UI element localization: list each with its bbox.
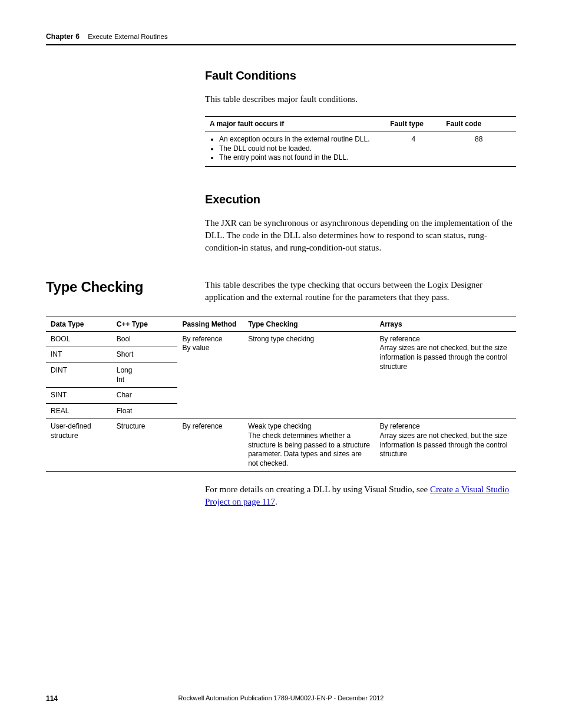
- cell-data-type: INT: [46, 347, 112, 363]
- cell-cpp-type: Bool: [112, 331, 178, 347]
- cell-type-checking: Strong type checking: [243, 331, 375, 419]
- fault-bullet: The DLL could not be loaded.: [219, 144, 381, 154]
- cell-data-type: DINT: [46, 363, 112, 387]
- publication-info: Rockwell Automation Publication 1789-UM0…: [46, 694, 516, 701]
- cell-cpp-type: Structure: [112, 419, 178, 472]
- page-footer: 114 Rockwell Automation Publication 1789…: [46, 694, 516, 701]
- fault-conditions-table: A major fault occurs if Fault type Fault…: [205, 116, 516, 167]
- fault-code-value: 88: [441, 131, 516, 167]
- cell-arrays: By reference Array sizes are not checked…: [375, 331, 516, 419]
- cell-cpp-type: Short: [112, 347, 178, 363]
- col-fault-code: Fault code: [441, 117, 516, 131]
- col-type-checking: Type Checking: [243, 317, 375, 331]
- col-cpp-type: C++ Type: [112, 317, 178, 331]
- cell-cpp-type: Float: [112, 403, 178, 419]
- chapter-title: Execute External Routines: [88, 33, 168, 40]
- cell-data-type: REAL: [46, 403, 112, 419]
- fault-bullet: An exception occurs in the external rout…: [219, 135, 381, 144]
- type-checking-heading: Type Checking: [46, 279, 205, 295]
- cell-passing-method: By reference By value: [177, 331, 243, 419]
- fault-conditions-intro: This table describes major fault conditi…: [205, 93, 516, 106]
- col-arrays: Arrays: [375, 317, 516, 331]
- table-row: User-defined structure Structure By refe…: [46, 419, 516, 472]
- col-data-type: Data Type: [46, 317, 112, 331]
- cell-data-type: BOOL: [46, 331, 112, 347]
- running-header: Chapter 6 Execute External Routines: [46, 32, 516, 45]
- cell-passing-method: By reference: [177, 419, 243, 472]
- cell-cpp-type: Long Int: [112, 363, 178, 387]
- fault-bullet: The entry point was not found in the DLL…: [219, 153, 381, 163]
- type-checking-table: Data Type C++ Type Passing Method Type C…: [46, 317, 516, 472]
- col-condition: A major fault occurs if: [205, 117, 385, 131]
- table-row: BOOL Bool By reference By value Strong t…: [46, 331, 516, 347]
- page-number: 114: [46, 694, 58, 703]
- fault-conditions-heading: Fault Conditions: [205, 69, 516, 83]
- execution-body: The JXR can be synchronous or asynchrono…: [205, 217, 516, 254]
- cell-type-checking: Weak type checking The check determines …: [243, 419, 375, 472]
- execution-heading: Execution: [205, 193, 516, 206]
- table-row: An exception occurs in the external rout…: [205, 131, 516, 167]
- chapter-label: Chapter 6: [46, 32, 80, 41]
- col-passing-method: Passing Method: [177, 317, 243, 331]
- cell-data-type: SINT: [46, 388, 112, 404]
- cell-arrays: By reference Array sizes are not checked…: [375, 419, 516, 472]
- type-checking-intro: This table describes the type checking t…: [205, 279, 516, 304]
- cell-cpp-type: Char: [112, 388, 178, 404]
- cell-data-type: User-defined structure: [46, 419, 112, 472]
- closing-paragraph: For more details on creating a DLL by us…: [205, 483, 516, 508]
- col-fault-type: Fault type: [385, 117, 441, 131]
- fault-type-value: 4: [385, 131, 441, 167]
